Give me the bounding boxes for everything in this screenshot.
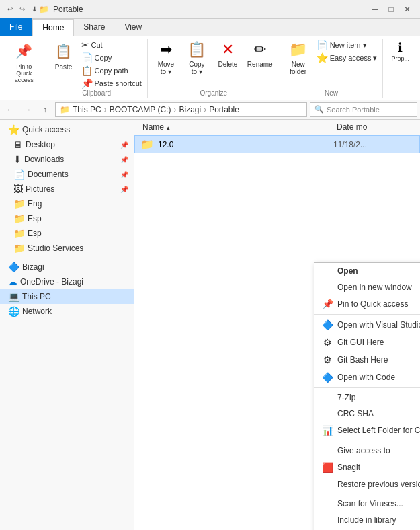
move-to-button[interactable]: ➡ Moveto ▾ (152, 39, 180, 77)
ctx-restore-versions[interactable]: Restore previous versions (314, 476, 420, 492)
paste-button[interactable]: 📋 Paste (50, 39, 77, 72)
sidebar-item-quick-access[interactable]: ⭐ Quick access (0, 122, 134, 137)
ctx-git-bash[interactable]: ⚙ Git Bash Here (314, 351, 420, 369)
ctx-open-with-code[interactable]: 🔷 Open with Code (314, 369, 420, 386)
copy-button[interactable]: 📄 Copy (80, 52, 143, 64)
up-button[interactable]: ↑ (38, 102, 52, 117)
sidebar-item-esp2[interactable]: 📁 Esp (0, 226, 134, 241)
ctx-give-access[interactable]: Give access to › (314, 443, 420, 459)
sidebar-item-documents[interactable]: 📄 Documents 📌 (0, 167, 134, 182)
dropdown-btn[interactable]: ⬇ (30, 5, 39, 13)
ctx-scan-viruses[interactable]: Scan for Viruses... (314, 496, 420, 512)
search-box[interactable]: 🔍 Search Portable (310, 102, 417, 117)
rename-icon: ✏ (251, 40, 269, 59)
search-placeholder: Search Portable (327, 106, 380, 114)
ctx-sep-2 (314, 387, 420, 388)
ctx-7zip[interactable]: 7-Zip › (314, 389, 420, 406)
desktop-icon: 🖥 (13, 139, 23, 150)
tab-file[interactable]: File (0, 18, 32, 36)
ctx-crc-sha[interactable]: CRC SHA › (314, 406, 420, 422)
paste-icon: 📋 (53, 40, 75, 62)
network-label: Network (22, 307, 52, 316)
easy-access-icon: ⭐ (317, 52, 328, 63)
ctx-sep-1 (314, 314, 420, 315)
ribbon-clipboard-items: 📋 Paste ✂ Cut 📄 Copy 📋 Copy path 📌 (50, 39, 143, 89)
pin-quick-access-button[interactable]: 📌 Pin to Quick access (7, 39, 42, 85)
copy-path-icon: 📋 (81, 65, 93, 76)
forward-button[interactable]: → (20, 102, 35, 117)
documents-pin: 📌 (120, 171, 128, 178)
breadcrumb-bootcamp[interactable]: BOOTCAMP (C:) (110, 105, 171, 114)
new-item-button[interactable]: 📄 New item ▾ (315, 39, 379, 51)
properties-button[interactable]: ℹ Prop... (387, 39, 413, 63)
esp2-label: Esp (28, 229, 42, 238)
ctx-open[interactable]: Open (314, 263, 420, 279)
main-area: ⭐ Quick access 🖥 Desktop 📌 ⬇ Downloads 📌… (0, 120, 420, 530)
undo-btn[interactable]: ↩ (5, 5, 15, 13)
delete-ribbon-button[interactable]: ✕ Delete (214, 39, 242, 69)
ctx-snagit[interactable]: 🟥 Snagit › (314, 459, 420, 476)
sidebar: ⭐ Quick access 🖥 Desktop 📌 ⬇ Downloads 📌… (0, 120, 134, 530)
copy-path-button[interactable]: 📋 Copy path (80, 65, 143, 77)
copy-icon: 📄 (81, 52, 93, 63)
cut-button[interactable]: ✂ Cut (80, 39, 143, 51)
sidebar-item-this-pc[interactable]: 💻 This PC (0, 289, 134, 304)
sidebar-item-network[interactable]: 🌐 Network (0, 304, 134, 319)
sidebar-item-downloads[interactable]: ⬇ Downloads 📌 (0, 152, 134, 167)
sidebar-item-studio[interactable]: 📁 Studio Services (0, 241, 134, 256)
paste-shortcut-button[interactable]: 📌 Paste shortcut (80, 77, 143, 89)
pictures-icon: 🖼 (13, 184, 23, 194)
sidebar-item-onedrive[interactable]: ☁ OneDrive - Bizagi (0, 274, 134, 289)
rename-ribbon-button[interactable]: ✏ Rename (245, 39, 276, 69)
file-row-12[interactable]: 📁 12.0 11/18/2... (134, 135, 420, 153)
col-name-header[interactable]: Name (140, 121, 334, 133)
minimize-btn[interactable]: ─ (368, 2, 382, 17)
breadcrumb-thispc[interactable]: This PC (73, 105, 101, 114)
ctx-select-left-folder[interactable]: 📊 Select Left Folder for Compare (314, 422, 420, 439)
eng-icon: 📁 (13, 198, 25, 209)
ribbon-group-pin: 📌 Pin to Quick access (3, 39, 46, 98)
pictures-label: Pictures (26, 184, 54, 194)
sidebar-item-esp1[interactable]: 📁 Esp (0, 211, 134, 226)
ctx-include-library[interactable]: Include in library › (314, 512, 420, 528)
tab-home[interactable]: Home (32, 19, 74, 36)
maximize-btn[interactable]: □ (384, 2, 398, 17)
new-label: New (284, 89, 379, 98)
redo-btn[interactable]: ↪ (17, 5, 27, 13)
ribbon-group-pin-items: 📌 Pin to Quick access (7, 39, 42, 97)
ctx-git-gui-icon: ⚙ (321, 337, 333, 348)
esp1-icon: 📁 (13, 213, 25, 224)
new-folder-button[interactable]: 📁 Newfolder (284, 39, 312, 77)
title-bar: ↩ ↪ ⬇ 📁 Portable ─ □ ✕ (0, 0, 420, 19)
eng-label: Eng (28, 199, 42, 209)
ctx-open-new-window[interactable]: Open in new window (314, 279, 420, 295)
ctx-git-gui[interactable]: ⚙ Git GUI Here (314, 334, 420, 351)
back-button[interactable]: ← (3, 102, 17, 117)
col-date-header[interactable]: Date mo (334, 121, 415, 133)
documents-icon: 📄 (13, 169, 25, 180)
folder-12-icon: 📁 (140, 138, 154, 151)
sidebar-item-eng[interactable]: 📁 Eng (0, 196, 134, 211)
breadcrumb[interactable]: 📁 This PC › BOOTCAMP (C:) › Bizagi › Por… (55, 102, 307, 117)
ctx-pin-quick-access[interactable]: 📌 Pin to Quick access (314, 295, 420, 313)
breadcrumb-portable[interactable]: Portable (209, 105, 239, 114)
properties-icon: ℹ (398, 40, 403, 55)
close-btn[interactable]: ✕ (400, 2, 415, 17)
studio-icon: 📁 (13, 243, 25, 254)
tab-share[interactable]: Share (74, 18, 115, 36)
tab-view[interactable]: View (115, 18, 152, 36)
onedrive-label: OneDrive - Bizagi (20, 277, 83, 287)
ctx-open-visual-studio[interactable]: 🔷 Open with Visual Studio (314, 316, 420, 334)
folder-icon: 📁 (39, 5, 49, 14)
sidebar-item-pictures[interactable]: 🖼 Pictures 📌 (0, 182, 134, 196)
sidebar-item-bizagi[interactable]: 🔷 Bizagi (0, 260, 134, 274)
ribbon-organize-items: ➡ Moveto ▾ 📋 Copyto ▾ ✕ Delete ✏ Rename (152, 39, 276, 89)
easy-access-button[interactable]: ⭐ Easy access ▾ (315, 52, 379, 64)
breadcrumb-bizagi[interactable]: Bizagi (179, 105, 201, 114)
copy-to-button[interactable]: 📋 Copyto ▾ (183, 39, 211, 77)
ribbon-tabs: File Home Share View (0, 19, 420, 36)
address-bar: ← → ↑ 📁 This PC › BOOTCAMP (C:) › Bizagi… (0, 100, 420, 120)
new-folder-icon: 📁 (289, 40, 308, 59)
sidebar-item-desktop[interactable]: 🖥 Desktop 📌 (0, 137, 134, 152)
new-col: 📄 New item ▾ ⭐ Easy access ▾ (315, 39, 379, 64)
